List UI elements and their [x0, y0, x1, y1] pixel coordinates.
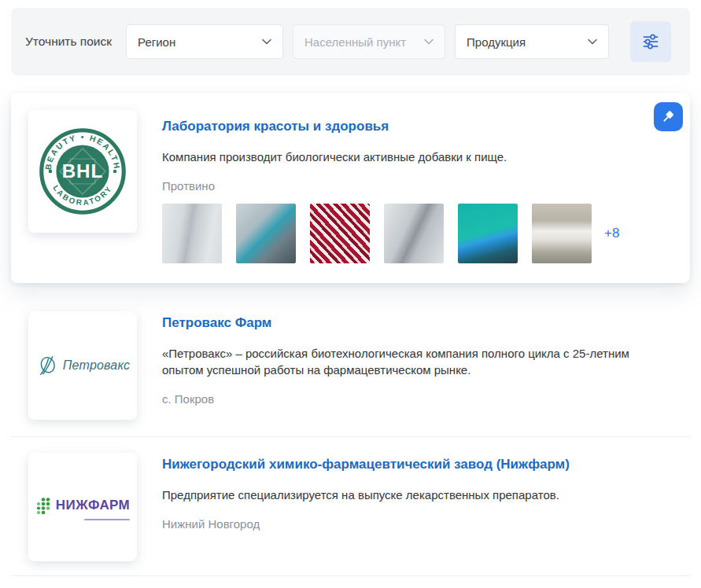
company-title-link[interactable]: Петровакс Фарм — [162, 314, 271, 331]
company-location: Нижний Новгород — [162, 516, 673, 532]
settlement-select-value: Населенный пункт — [304, 35, 406, 49]
company-description: Предприятие специализируется на выпуске … — [162, 487, 642, 503]
production-line-photo[interactable] — [236, 204, 296, 263]
settlement-select[interactable]: Населенный пункт — [293, 24, 445, 59]
company-card: НИЖФАРМ Нижегородский химико-фармацевтич… — [11, 437, 690, 576]
sliders-icon — [640, 31, 661, 52]
svg-text:BHL: BHL — [62, 160, 104, 182]
chevron-down-icon — [424, 39, 434, 45]
advanced-filters-button[interactable] — [630, 21, 671, 62]
region-select[interactable]: Регион — [126, 24, 283, 59]
worker-with-vials-photo[interactable] — [458, 204, 518, 263]
company-description: Компания производит биологически активны… — [162, 149, 642, 165]
steel-machine-photo[interactable] — [384, 204, 444, 263]
company-description: «Петровакс» – российская биотехнологичес… — [162, 345, 642, 378]
bhl-logo-icon: BEAUTY • HEALTH LABORATORY BHL — [39, 127, 127, 215]
company-title-link[interactable]: Лаборатория красоты и здоровья — [162, 118, 389, 134]
nizhpharm-logo-tagline — [84, 519, 130, 520]
chevron-down-icon — [262, 39, 271, 45]
company-location: Протвино — [162, 178, 673, 194]
petrovax-logo-text: Петровакс — [63, 358, 130, 373]
factory-equipment-photo[interactable] — [162, 204, 222, 263]
company-location: с. Покров — [162, 391, 673, 407]
nizhpharm-logo-text: НИЖФАРМ — [56, 498, 130, 513]
pushpin-icon — [661, 109, 676, 124]
company-card: Петровакс Петровакс Фарм «Петровакс» – р… — [11, 283, 690, 437]
red-white-capsules-photo[interactable] — [310, 204, 370, 263]
nizhpharm-logo-icon — [35, 494, 53, 516]
refine-search-bar: Уточнить поиск Регион Населенный пункт П… — [11, 8, 690, 75]
company-title-link[interactable]: Нижегородский химико-фармацевтический за… — [162, 456, 570, 472]
company-logo: BEAUTY • HEALTH LABORATORY BHL — [28, 110, 137, 233]
company-logo: НИЖФАРМ — [28, 453, 137, 561]
refine-search-label: Уточнить поиск — [25, 35, 112, 49]
petrovax-logo-icon — [35, 353, 59, 378]
pin-button[interactable] — [654, 102, 683, 131]
products-select[interactable]: Продукция — [455, 24, 609, 59]
more-photos-link[interactable]: +8 — [604, 226, 619, 241]
conveyor-containers-photo[interactable] — [532, 204, 592, 263]
chevron-down-icon — [588, 39, 597, 45]
region-select-value: Регион — [138, 35, 175, 49]
products-select-value: Продукция — [467, 35, 526, 49]
company-logo: Петровакс — [28, 311, 137, 420]
photo-gallery: +8 — [162, 204, 673, 263]
company-card: BEAUTY • HEALTH LABORATORY BHL Лаборатор… — [11, 93, 690, 283]
results-page: Уточнить поиск Регион Населенный пункт П… — [0, 8, 701, 576]
